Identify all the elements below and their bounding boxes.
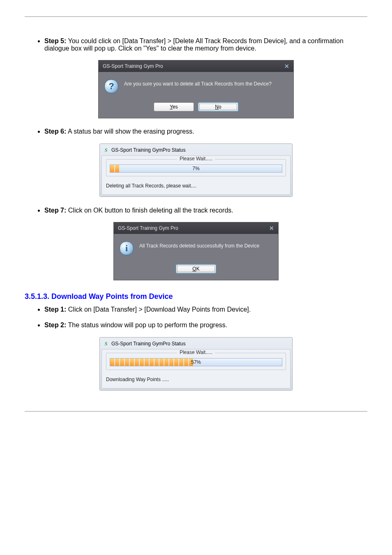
step-text: The status window will pop up to perform… bbox=[68, 321, 228, 328]
yes-button[interactable]: Yes bbox=[154, 102, 194, 111]
progress-bar: 7% bbox=[110, 164, 282, 173]
info-icon: i bbox=[120, 241, 134, 255]
step-7-item: Step 7: Click on OK button to finish del… bbox=[44, 207, 367, 214]
step-label: Step 2: bbox=[44, 321, 66, 328]
confirm-delete-dialog: GS-Sport Training Gym Pro ✕ ? Are you su… bbox=[99, 60, 293, 118]
step-text: A status bar will show the erasing progr… bbox=[68, 128, 194, 135]
ok-button[interactable]: OK bbox=[176, 264, 216, 273]
dialog-titlebar: GS-Sport Training Gym Pro ✕ bbox=[99, 60, 293, 72]
no-button[interactable]: No bbox=[198, 102, 238, 111]
fieldset-legend: Please Wait..... bbox=[177, 349, 215, 355]
app-icon: S bbox=[103, 147, 109, 153]
dialog-message: Are you sure you want to delete all Trac… bbox=[124, 79, 272, 87]
progress-status: Downloading Way Points ..... bbox=[106, 375, 286, 382]
fieldset-legend: Please Wait..... bbox=[177, 156, 215, 162]
step-text: You could click on [Data Transfer] > [De… bbox=[44, 37, 344, 52]
download-waypoints-dialog: S GS-Sport Training GymPro Status Please… bbox=[99, 337, 293, 391]
dialog-title: GS-Sport Training GymPro Status bbox=[111, 147, 186, 153]
progress-status: Deleting all Track Records, please wait.… bbox=[106, 181, 286, 189]
dialog-message: All Track Records deleted successfully f… bbox=[139, 241, 259, 249]
step-label: Step 5: bbox=[44, 37, 66, 44]
wp-step-1-item: Step 1: Click on [Data Transfer] > [Down… bbox=[44, 306, 367, 313]
dialog-titlebar: GS-Sport Training Gym Pro ✕ bbox=[114, 222, 278, 234]
progress-bar: 57% bbox=[110, 358, 282, 366]
close-icon[interactable]: ✕ bbox=[284, 63, 289, 69]
dialog-title: GS-Sport Training Gym Pro bbox=[103, 63, 163, 69]
progress-fill bbox=[110, 165, 120, 172]
step-5-item: Step 5: You could click on [Data Transfe… bbox=[44, 37, 367, 52]
dialog-title: GS-Sport Training Gym Pro bbox=[118, 225, 178, 231]
progress-fill bbox=[110, 358, 194, 366]
step-label: Step 1: bbox=[44, 306, 66, 313]
progress-percent: 7% bbox=[192, 166, 199, 171]
delete-progress-dialog: S GS-Sport Training GymPro Status Please… bbox=[99, 143, 293, 197]
step-label: Step 7: bbox=[44, 207, 66, 214]
wp-step-2-item: Step 2: The status window will pop up to… bbox=[44, 321, 367, 329]
progress-percent: 57% bbox=[191, 359, 201, 365]
dialog-titlebar: S GS-Sport Training GymPro Status bbox=[101, 339, 291, 349]
step-text: Click on OK button to finish deleting al… bbox=[68, 207, 233, 214]
app-icon: S bbox=[103, 341, 109, 347]
dialog-title: GS-Sport Training GymPro Status bbox=[111, 341, 186, 347]
dialog-titlebar: S GS-Sport Training GymPro Status bbox=[101, 146, 291, 155]
question-icon: ? bbox=[104, 79, 118, 93]
step-text: Click on [Data Transfer] > [Download Way… bbox=[68, 306, 251, 313]
close-icon[interactable]: ✕ bbox=[269, 225, 274, 231]
success-dialog: GS-Sport Training Gym Pro ✕ i All Track … bbox=[114, 222, 278, 280]
step-label: Step 6: bbox=[44, 128, 66, 135]
section-heading: 3.5.1.3. Download Way Points from Device bbox=[25, 292, 367, 301]
step-6-item: Step 6: A status bar will show the erasi… bbox=[44, 128, 367, 135]
